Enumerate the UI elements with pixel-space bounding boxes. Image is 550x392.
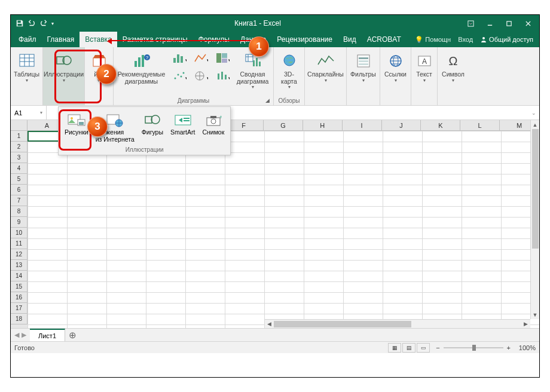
formula-bar-expand[interactable]: ⌄ bbox=[528, 106, 539, 120]
row-header[interactable]: 10 bbox=[11, 228, 28, 238]
col-header[interactable]: J bbox=[382, 120, 421, 131]
svg-rect-10 bbox=[135, 61, 137, 67]
svg-rect-6 bbox=[20, 54, 34, 66]
svg-rect-4 bbox=[506, 21, 511, 25]
svg-text:?: ? bbox=[145, 55, 148, 60]
tell-me[interactable]: 💡Помощн bbox=[412, 36, 453, 44]
svg-text:▾: ▾ bbox=[185, 76, 187, 80]
chart-question-icon: ? bbox=[132, 51, 151, 71]
chart-line-button[interactable]: ▾ bbox=[191, 52, 211, 69]
row-header[interactable]: 14 bbox=[11, 271, 28, 281]
recommended-charts-button[interactable]: ? Рекомендуемые диаграммы bbox=[115, 50, 168, 86]
row-header[interactable]: 13 bbox=[11, 260, 28, 271]
tab-view[interactable]: Вид bbox=[338, 32, 362, 47]
chart-bar-button[interactable]: ▾ bbox=[169, 52, 190, 69]
charts-dialog-launcher[interactable]: ◢ bbox=[265, 97, 271, 103]
col-header[interactable]: L bbox=[460, 120, 500, 131]
tab-file[interactable]: Файл bbox=[13, 32, 42, 47]
row-header[interactable]: 11 bbox=[11, 238, 28, 249]
sparklines-button[interactable]: Спарклайны bbox=[305, 50, 346, 84]
chart-stock-button[interactable]: ▾ bbox=[212, 70, 233, 87]
online-pictures-button[interactable]: жения из Интернета bbox=[93, 109, 137, 145]
chart-treemap-button[interactable]: ▾ bbox=[212, 52, 233, 69]
zoom-in[interactable]: + bbox=[507, 344, 511, 351]
pivot-chart-button[interactable]: Сводная диаграмма bbox=[234, 50, 272, 91]
row-header[interactable]: 4 bbox=[11, 163, 28, 174]
filters-button[interactable]: Фильтры bbox=[348, 50, 378, 84]
symbols-button[interactable]: Ω Символ bbox=[439, 50, 467, 84]
shapes-button[interactable]: Фигуры bbox=[139, 109, 166, 145]
links-button[interactable]: Ссылки bbox=[382, 50, 409, 84]
share-icon bbox=[480, 36, 487, 43]
row-header[interactable]: 8 bbox=[11, 206, 28, 217]
ribbon-display-icon[interactable] bbox=[462, 15, 479, 32]
svg-rect-42 bbox=[359, 60, 368, 62]
sheet-nav-prev[interactable]: ◀ bbox=[14, 331, 19, 339]
svg-text:+: + bbox=[219, 114, 222, 120]
share-button[interactable]: Общий доступ bbox=[478, 36, 536, 43]
add-sheet-button[interactable]: ⊕ bbox=[65, 329, 80, 341]
row-header[interactable]: 7 bbox=[11, 195, 28, 206]
svg-rect-32 bbox=[221, 72, 223, 79]
view-normal[interactable]: ▦ bbox=[388, 343, 401, 353]
sheet-tab[interactable]: Лист1 bbox=[30, 329, 65, 341]
view-page-break[interactable]: ▭ bbox=[417, 343, 430, 353]
row-header[interactable]: 3 bbox=[11, 152, 28, 163]
row-header[interactable]: 18 bbox=[11, 314, 28, 324]
tab-formulas[interactable]: Формулы bbox=[193, 32, 235, 47]
col-header[interactable]: K bbox=[421, 120, 460, 131]
tables-button[interactable]: Таблицы bbox=[11, 50, 42, 84]
svg-rect-20 bbox=[216, 53, 221, 63]
smartart-button[interactable]: SmartArt bbox=[168, 109, 197, 145]
zoom-out[interactable]: − bbox=[436, 344, 439, 351]
horizontal-scrollbar[interactable]: ◀▶ bbox=[265, 319, 530, 328]
undo-icon[interactable] bbox=[28, 19, 36, 27]
zoom-slider[interactable] bbox=[444, 347, 503, 348]
vertical-scrollbar[interactable]: ▲▼ bbox=[530, 120, 539, 319]
row-header[interactable]: 12 bbox=[11, 249, 28, 260]
popup-group-label: Иллюстрации bbox=[62, 146, 227, 153]
tab-home[interactable]: Главная bbox=[42, 32, 80, 47]
tab-review[interactable]: Рецензирование bbox=[271, 32, 338, 47]
row-header[interactable]: 1 bbox=[11, 131, 28, 142]
pivot-chart-icon bbox=[243, 51, 262, 71]
pictures-button[interactable]: Рисунки bbox=[62, 109, 91, 145]
view-page-layout[interactable]: ▤ bbox=[402, 343, 415, 353]
text-button[interactable]: A Текст bbox=[412, 50, 436, 84]
row-header[interactable]: 5 bbox=[11, 174, 28, 185]
select-all-corner[interactable] bbox=[11, 120, 28, 131]
svg-rect-58 bbox=[184, 118, 190, 119]
zoom-percent[interactable]: 100% bbox=[514, 344, 536, 351]
row-header[interactable]: 17 bbox=[11, 303, 28, 314]
3d-map-button[interactable]: 3D- карта bbox=[277, 50, 301, 91]
tab-acrobat[interactable]: ACROBAT bbox=[362, 32, 407, 47]
row-header[interactable]: 15 bbox=[11, 281, 28, 292]
col-header[interactable]: G bbox=[264, 120, 303, 131]
addins-button[interactable]: йки bbox=[87, 50, 111, 84]
tab-page-layout[interactable]: Разметка страницы bbox=[117, 32, 193, 47]
sign-in[interactable]: Вход bbox=[456, 36, 475, 43]
cells-area[interactable] bbox=[28, 131, 539, 328]
chart-radar-button[interactable]: ▾ bbox=[191, 70, 211, 87]
tab-data[interactable]: Данные bbox=[235, 32, 271, 47]
col-header[interactable]: I bbox=[343, 120, 382, 131]
svg-rect-12 bbox=[142, 55, 144, 67]
name-box[interactable]: A1▾ bbox=[11, 106, 47, 120]
minimize-button[interactable] bbox=[481, 15, 499, 32]
sheet-nav-next[interactable]: ▶ bbox=[22, 331, 26, 339]
close-button[interactable] bbox=[519, 15, 537, 32]
chart-scatter-button[interactable]: ▾ bbox=[169, 70, 190, 87]
col-header[interactable]: H bbox=[303, 120, 343, 131]
svg-rect-9 bbox=[93, 58, 105, 66]
row-header[interactable]: 2 bbox=[11, 142, 28, 152]
save-icon[interactable] bbox=[16, 19, 24, 27]
illustrations-button[interactable]: Иллюстрации bbox=[41, 50, 86, 84]
row-header[interactable]: 9 bbox=[11, 217, 28, 228]
row-headers: 1 2 3 4 5 6 7 8 9 10 11 12 13 14 15 16 1… bbox=[11, 131, 28, 328]
svg-rect-36 bbox=[253, 60, 255, 66]
maximize-button[interactable] bbox=[500, 15, 518, 32]
row-header[interactable]: 16 bbox=[11, 292, 28, 303]
redo-icon[interactable] bbox=[39, 19, 48, 27]
row-header[interactable]: 6 bbox=[11, 185, 28, 195]
screenshot-button[interactable]: + Снимок bbox=[200, 109, 227, 145]
